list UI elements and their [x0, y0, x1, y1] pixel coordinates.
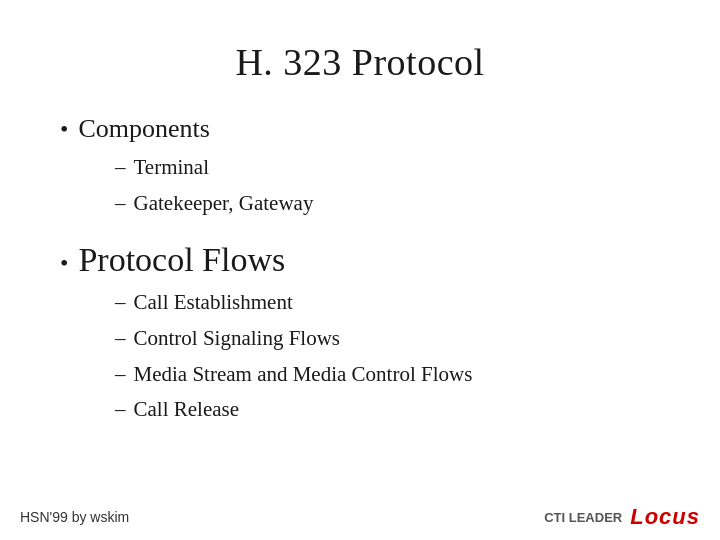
list-item: – Gatekeeper, Gateway — [115, 186, 660, 222]
slide: H. 323 Protocol • Components – Terminal … — [0, 0, 720, 540]
dash-icon: – — [115, 150, 126, 186]
sub-item-terminal: Terminal — [134, 150, 210, 186]
bullet-dot-flows: • — [60, 250, 68, 277]
sub-item-control-signaling: Control Signaling Flows — [134, 321, 341, 357]
sub-item-media-stream: Media Stream and Media Control Flows — [134, 357, 473, 393]
components-bullet: • Components — [60, 114, 660, 144]
locus-logo: Locus — [630, 504, 700, 530]
components-section: • Components – Terminal – Gatekeeper, Ga… — [60, 114, 660, 231]
slide-title: H. 323 Protocol — [60, 40, 660, 84]
dash-icon: – — [115, 357, 126, 393]
footer: HSN'99 by wskim CTI LEADER Locus — [0, 504, 720, 530]
sub-item-call-release: Call Release — [134, 392, 240, 428]
protocol-flows-section: • Protocol Flows – Call Establishment – … — [60, 241, 660, 438]
protocol-flows-label: Protocol Flows — [78, 241, 285, 279]
components-label: Components — [78, 114, 209, 144]
locus-logo-text: Locus — [630, 504, 700, 529]
bullet-dot-components: • — [60, 116, 68, 143]
components-sub-bullets: – Terminal – Gatekeeper, Gateway — [115, 150, 660, 221]
protocol-flows-sub-bullets: – Call Establishment – Control Signaling… — [115, 285, 660, 428]
dash-icon: – — [115, 186, 126, 222]
cti-leader-label: CTI LEADER — [544, 510, 622, 525]
list-item: – Media Stream and Media Control Flows — [115, 357, 660, 393]
list-item: – Call Establishment — [115, 285, 660, 321]
sub-item-gatekeeper: Gatekeeper, Gateway — [134, 186, 314, 222]
sub-item-call-establishment: Call Establishment — [134, 285, 293, 321]
list-item: – Terminal — [115, 150, 660, 186]
list-item: – Call Release — [115, 392, 660, 428]
list-item: – Control Signaling Flows — [115, 321, 660, 357]
dash-icon: – — [115, 392, 126, 428]
footer-right: CTI LEADER Locus — [544, 504, 700, 530]
dash-icon: – — [115, 285, 126, 321]
protocol-flows-bullet: • Protocol Flows — [60, 241, 660, 279]
dash-icon: – — [115, 321, 126, 357]
footer-left-text: HSN'99 by wskim — [20, 509, 129, 525]
